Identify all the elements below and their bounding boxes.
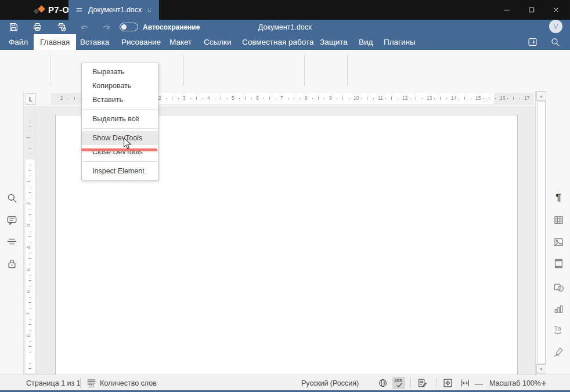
tab-insert[interactable]: Вставка (74, 34, 116, 50)
tab-plugins[interactable]: Плагины (377, 34, 422, 50)
document-tab[interactable]: Документ1.docx (68, 0, 159, 20)
zoom-in-button[interactable]: + (541, 375, 547, 391)
right-sidebar: ¶ Та (546, 91, 570, 375)
language-selector[interactable]: Русский (Россия) (301, 375, 359, 391)
context-menu-item-show-devtools[interactable]: Show DevTools (82, 131, 158, 145)
context-menu-separator (82, 161, 157, 162)
window-maximize-button[interactable] (522, 2, 542, 17)
search-menu-icon[interactable] (548, 35, 562, 49)
tab-draw[interactable]: Рисование (115, 34, 167, 50)
context-menu-separator (82, 109, 157, 110)
scrollbar-thumb[interactable] (537, 101, 546, 364)
v-ruler[interactable]: 123456781 (26, 111, 35, 373)
shape-settings-icon[interactable] (551, 280, 565, 294)
status-bar: Страница 1 из 1 123 Количество слов Русс… (0, 375, 570, 392)
svg-text:АБВ: АБВ (394, 379, 402, 383)
context-menu: Вырезать Копировать Вставить Выделить вс… (81, 63, 158, 180)
tab-stop-selector[interactable]: L (26, 93, 36, 105)
title-bar: Р7-ОФИС Документ1.docx (0, 0, 570, 20)
context-menu-item-close-devtools[interactable]: Close DevTools (82, 145, 158, 159)
tab-file[interactable]: Файл (2, 34, 34, 50)
context-menu-item-paste[interactable]: Вставить (82, 93, 158, 107)
track-changes-icon[interactable] (416, 377, 428, 389)
tab-protection[interactable]: Защита (313, 34, 354, 50)
open-file-location-icon[interactable] (525, 35, 539, 49)
chart-settings-icon[interactable] (551, 302, 565, 315)
search-sidebar-icon[interactable] (5, 191, 19, 205)
document-title: Документ1.docx (0, 20, 570, 34)
tab-collaboration[interactable]: Совместная работа (236, 34, 320, 50)
page-number-label[interactable]: Страница 1 из 1 (26, 375, 81, 391)
window-minimize-button[interactable] (497, 2, 517, 17)
comments-sidebar-icon[interactable] (5, 213, 19, 227)
context-menu-item-copy[interactable]: Копировать (82, 79, 158, 93)
user-avatar[interactable]: V (549, 20, 562, 33)
context-menu-item-select-all[interactable]: Выделить всё (82, 112, 158, 126)
tab-label: Документ1.docx (88, 6, 142, 14)
menu-bar: Файл Главная Вставка Рисование Макет Ссы… (0, 34, 570, 50)
window-close-button[interactable] (546, 2, 566, 17)
scroll-up-button[interactable]: ▲ (536, 91, 546, 101)
scroll-down-button[interactable]: ▼ (536, 364, 546, 374)
tab-references[interactable]: Ссылки (197, 34, 238, 50)
word-count-icon[interactable]: 123 (85, 377, 98, 389)
fit-width-icon[interactable] (459, 377, 471, 389)
tab-menu-icon[interactable] (75, 6, 83, 14)
navigation-sidebar-icon[interactable] (5, 234, 19, 248)
spellcheck-icon[interactable]: АБВ (392, 377, 405, 389)
document-language-icon[interactable] (376, 377, 389, 389)
fit-page-icon[interactable] (441, 377, 454, 389)
zoom-out-button[interactable]: — (475, 375, 483, 391)
context-menu-item-cut[interactable]: Вырезать (82, 65, 158, 79)
paragraph-settings-icon[interactable]: ¶ (551, 191, 565, 205)
textart-settings-icon[interactable]: Та (551, 322, 565, 336)
context-menu-item-inspect-element[interactable]: Inspect Element (82, 164, 158, 178)
vertical-scrollbar[interactable]: ▲ ▼ (535, 91, 546, 375)
header-footer-settings-icon[interactable] (551, 256, 565, 270)
svg-text:Та: Та (554, 325, 562, 332)
tab-close-icon[interactable] (147, 8, 152, 13)
annotation-red-line (81, 148, 157, 151)
app-window: Р7-ОФИС Документ1.docx (0, 0, 570, 392)
protection-sidebar-icon[interactable] (5, 256, 19, 270)
table-settings-icon[interactable] (551, 213, 565, 227)
tab-view[interactable]: Вид (352, 34, 379, 50)
right-indent-marker[interactable] (483, 99, 489, 103)
signature-settings-icon[interactable] (551, 344, 565, 358)
context-menu-separator (82, 128, 157, 129)
mouse-cursor (123, 137, 132, 152)
tab-layout[interactable]: Макет (163, 34, 198, 50)
image-settings-icon[interactable] (551, 235, 565, 249)
word-count-label[interactable]: Количество слов (100, 375, 157, 391)
tab-home[interactable]: Главная (34, 34, 76, 50)
left-sidebar (0, 91, 24, 375)
brand-logo-diamond-orange (38, 5, 45, 13)
quick-toolbar: Автосохранение Документ1.docx (0, 20, 570, 34)
zoom-level-label: Масштаб 100% (489, 375, 541, 391)
